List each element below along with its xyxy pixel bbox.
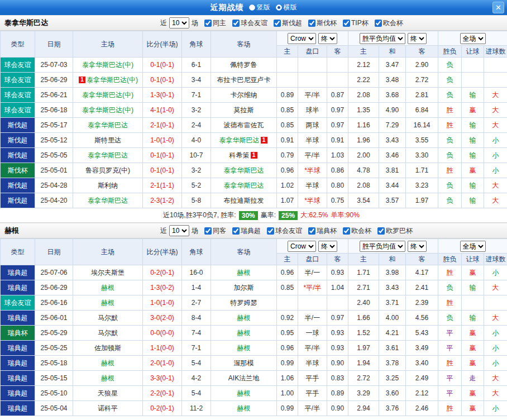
company-final-select[interactable]: 终	[318, 241, 337, 252]
match-type: 瑞典超	[1, 371, 35, 386]
summary-prefix: 近10场,胜3平0负7, 胜率:	[163, 211, 236, 220]
score: 2-0(1-0)	[143, 356, 182, 371]
col-header-oa: 客	[406, 46, 438, 58]
company-select[interactable]: Crow	[288, 241, 316, 252]
layout-radio-option[interactable]: 横版	[276, 3, 297, 12]
away-team: 科希策1	[211, 148, 277, 163]
avg-away-odds: 3.30	[406, 148, 438, 163]
match-type: 瑞典超	[1, 386, 35, 401]
home-team: 马尔默	[73, 326, 143, 341]
asian-result-cell: 赢	[462, 356, 484, 371]
match-type: 瑞典杯	[1, 326, 35, 341]
result-cell: 负	[438, 88, 462, 103]
checkbox-input[interactable]	[204, 227, 212, 235]
avg-final-select[interactable]: 终	[408, 33, 427, 44]
handicap-away-odds: 1.03	[327, 148, 348, 163]
company-final-select[interactable]: 终	[318, 33, 337, 44]
avg-home-odds: 4.78	[348, 163, 379, 178]
avg-away-odds: 2.72	[406, 73, 438, 88]
handicap-home-odds: 1.06	[277, 371, 298, 386]
home-team: 赫根	[73, 356, 143, 371]
col-header-date: 日期	[35, 239, 73, 265]
scope-select[interactable]: 全场	[460, 33, 486, 44]
company-select[interactable]: Crow	[288, 33, 316, 44]
avg-away-odds: 2.41	[406, 280, 438, 295]
handicap-home-odds: 0.92	[277, 311, 298, 326]
avg-odds-select[interactable]: 胜平负均值	[360, 241, 405, 252]
avg-draw-odds: 3.57	[379, 193, 406, 208]
match-row: 瑞典超25-06-29赫根1-3(0-2)1-4加尔斯0.85*平/半1.042…	[1, 280, 507, 295]
home-team: 1泰拿华斯巴达(中)	[73, 73, 143, 88]
layout-radio-option[interactable]: 竖版	[249, 3, 270, 12]
col-header-home: 主场	[73, 239, 143, 265]
avg-away-odds: 2.39	[406, 295, 438, 311]
result-cell: 负	[438, 58, 462, 73]
match-date: 25-05-15	[35, 371, 73, 386]
col-header-asian: 让球	[462, 46, 484, 58]
col-header-score: 比分(半场)	[143, 239, 182, 265]
handicap-away-odds: 0.90	[327, 356, 348, 371]
close-icon[interactable]: ✕	[492, 2, 504, 13]
filter-checkbox[interactable]: 欧会杯	[343, 226, 371, 236]
team-section: 泰拿华斯巴达近10场同主球会友谊斯伐超斯伐杯TIP杯欧会杯类型日期主场比分(半场…	[0, 15, 507, 223]
filter-checkbox[interactable]: 同客	[204, 226, 226, 236]
team-name: 泰拿华斯巴达	[0, 18, 160, 28]
corner-score: 1-4	[182, 280, 211, 295]
match-date: 25-05-01	[35, 163, 73, 178]
checkbox-input[interactable]	[375, 20, 382, 27]
asian-result-cell	[462, 295, 484, 311]
near-count-select[interactable]: 10	[169, 17, 189, 28]
match-date: 25-06-18	[35, 103, 73, 118]
radio-icon[interactable]	[276, 4, 282, 11]
goals-result-cell: 大	[484, 311, 507, 326]
checkbox-input[interactable]	[343, 20, 350, 27]
col-header-asian: 让球	[462, 254, 484, 265]
result-cell: 胜	[438, 103, 462, 118]
handicap-home-odds: 0.85	[277, 118, 298, 133]
filter-checkbox[interactable]: 斯伐超	[274, 18, 302, 28]
match-type: 瑞典超	[1, 311, 35, 326]
checkbox-input[interactable]	[274, 20, 281, 27]
handicap-home-odds: 0.96	[277, 265, 298, 280]
avg-final-select[interactable]: 终	[408, 241, 427, 252]
col-header-goals: 进球数	[484, 46, 507, 58]
match-date: 25-05-18	[35, 356, 73, 371]
handicap-home-odds: 1.00	[277, 386, 298, 401]
checkbox-input[interactable]	[267, 227, 274, 235]
near-label: 近	[160, 18, 167, 28]
match-date: 25-05-05	[35, 148, 73, 163]
team-text: 埃尔夫斯堡	[91, 269, 125, 276]
checkbox-input[interactable]	[232, 227, 240, 235]
checkbox-input[interactable]	[308, 20, 315, 27]
filter-checkbox[interactable]: 欧会杯	[375, 18, 403, 28]
filter-checkbox[interactable]: 同主	[204, 18, 226, 28]
near-count-select[interactable]: 10	[169, 225, 189, 236]
filter-checkbox[interactable]: 欧罗巴杯	[377, 226, 413, 236]
avg-home-odds: 2.12	[348, 58, 379, 73]
score: 1-0(1-0)	[143, 133, 182, 148]
filter-checkbox[interactable]: 球会友谊	[267, 226, 302, 236]
match-date: 25-06-29	[35, 73, 73, 88]
asian-result-cell: 走	[462, 371, 484, 386]
result-cell: 平	[438, 326, 462, 341]
filter-checkbox[interactable]: TIP杯	[343, 18, 369, 28]
asian-result-cell: 赢	[462, 386, 484, 401]
checkbox-input[interactable]	[377, 227, 385, 235]
checkbox-input[interactable]	[232, 20, 240, 27]
checkbox-input[interactable]	[308, 227, 315, 235]
away-team: 赫根	[211, 311, 277, 326]
filter-checkbox[interactable]: 瑞典超	[232, 226, 261, 236]
result-cell: 胜	[438, 401, 462, 416]
filter-checkbox[interactable]: 球会友谊	[232, 18, 267, 28]
radio-icon[interactable]	[249, 4, 255, 11]
filter-checkbox[interactable]: 瑞典杯	[308, 226, 337, 236]
scope-select[interactable]: 全场	[460, 241, 486, 252]
filter-checkbox[interactable]: 斯伐杯	[308, 18, 337, 28]
checkbox-input[interactable]	[343, 227, 350, 235]
avg-draw-odds: 4.90	[379, 103, 406, 118]
checkbox-label: 斯伐杯	[317, 18, 337, 28]
avg-odds-select[interactable]: 胜平负均值	[360, 33, 405, 44]
handicap-away-odds: 1.04	[327, 280, 348, 295]
checkbox-input[interactable]	[204, 20, 212, 27]
score: 0-1(0-1)	[143, 163, 182, 178]
